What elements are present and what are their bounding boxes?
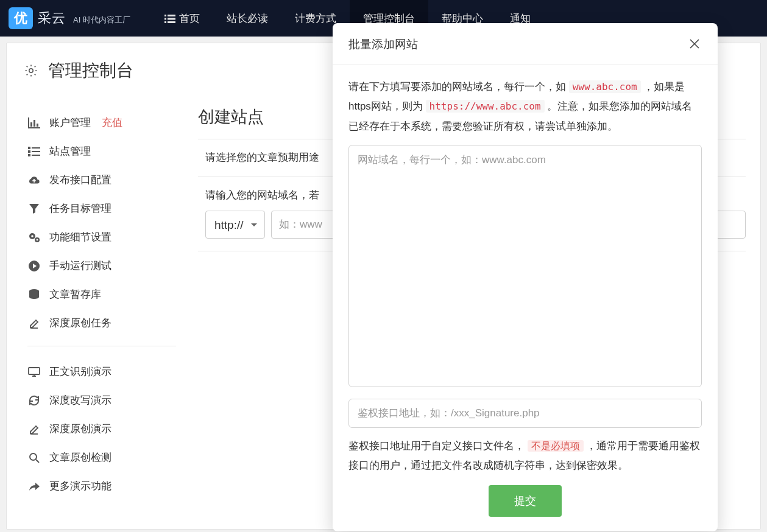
brand-badge-icon: 优 bbox=[9, 7, 33, 29]
sidebar-item-label: 正文识别演示 bbox=[49, 365, 111, 379]
svg-rect-16 bbox=[28, 154, 30, 156]
recharge-badge[interactable]: 充值 bbox=[102, 116, 122, 130]
svg-rect-8 bbox=[28, 127, 40, 128]
svg-point-6 bbox=[29, 69, 33, 72]
sidebar-demo-rewrite[interactable]: 深度改写演示 bbox=[27, 386, 176, 415]
sidebar-item-label: 站点管理 bbox=[49, 144, 91, 158]
cloud-upload-icon bbox=[27, 175, 41, 186]
svg-rect-10 bbox=[34, 120, 35, 127]
edit-icon bbox=[27, 424, 41, 435]
svg-rect-11 bbox=[37, 124, 38, 127]
list-lines-icon bbox=[27, 146, 41, 157]
sidebar-item-run[interactable]: 手动运行测试 bbox=[27, 251, 176, 280]
batch-add-modal: 批量添加网站 请在下方填写要添加的网站域名，每行一个，如 www.abc.com… bbox=[333, 23, 718, 530]
sidebar-item-label: 深度原创任务 bbox=[49, 316, 111, 330]
domain-label: 请输入您的网站域名，若 bbox=[205, 189, 319, 201]
usage-label: 请选择您的文章预期用途 bbox=[205, 152, 319, 163]
svg-point-21 bbox=[37, 239, 38, 240]
modal-body: 请在下方填写要添加的网站域名，每行一个，如 www.abc.com ，如果是 h… bbox=[333, 65, 718, 530]
sidebar-item-label: 深度改写演示 bbox=[49, 393, 111, 407]
submit-button[interactable]: 提交 bbox=[489, 485, 562, 517]
svg-rect-3 bbox=[168, 18, 175, 20]
sidebar-item-targets[interactable]: 任务目标管理 bbox=[27, 194, 176, 223]
optional-badge: 不是必填项 bbox=[528, 440, 584, 452]
sidebar-item-label: 文章原创检测 bbox=[49, 450, 111, 464]
sidebar-item-label: 深度原创演示 bbox=[49, 422, 111, 436]
sidebar: 账户管理 充值 站点管理 发布接口配置 任务目标管理 功能细节设置 手动运 bbox=[7, 101, 185, 508]
sidebar-item-settings[interactable]: 功能细节设置 bbox=[27, 223, 176, 251]
brand-subtitle: AI 时代内容工厂 bbox=[73, 15, 130, 29]
svg-rect-14 bbox=[28, 150, 30, 153]
nav-label: 站长必读 bbox=[227, 12, 268, 26]
svg-point-25 bbox=[30, 453, 37, 460]
refresh-icon bbox=[27, 395, 41, 406]
page-title: 管理控制台 bbox=[48, 59, 133, 82]
svg-point-19 bbox=[31, 235, 34, 237]
domains-textarea[interactable] bbox=[348, 145, 702, 387]
chart-bars-icon bbox=[27, 117, 41, 128]
nav-home[interactable]: 首页 bbox=[151, 0, 213, 37]
sidebar-item-label: 手动运行测试 bbox=[49, 259, 111, 273]
submit-wrap: 提交 bbox=[348, 485, 702, 517]
modal-header: 批量添加网站 bbox=[333, 23, 718, 65]
sidebar-item-deep-tasks[interactable]: 深度原创任务 bbox=[27, 309, 176, 337]
sidebar-item-publish[interactable]: 发布接口配置 bbox=[27, 166, 176, 194]
protocol-select[interactable]: http:// bbox=[205, 211, 265, 239]
code-sample-1: www.abc.com bbox=[569, 80, 641, 93]
sidebar-item-label: 账户管理 bbox=[49, 116, 91, 130]
sidebar-demo-original[interactable]: 深度原创演示 bbox=[27, 415, 176, 443]
filter-icon bbox=[27, 203, 41, 214]
svg-rect-4 bbox=[164, 21, 166, 23]
svg-rect-5 bbox=[168, 21, 175, 23]
close-icon[interactable] bbox=[688, 38, 702, 51]
sidebar-item-label: 功能细节设置 bbox=[49, 230, 111, 244]
code-sample-2: https://www.abc.com bbox=[426, 100, 545, 113]
sidebar-divider bbox=[27, 346, 176, 346]
nav-webmaster[interactable]: 站长必读 bbox=[213, 0, 281, 37]
svg-rect-13 bbox=[32, 147, 40, 149]
svg-rect-17 bbox=[32, 155, 40, 156]
svg-rect-9 bbox=[30, 122, 32, 127]
brand-text: 采云 bbox=[38, 9, 66, 27]
sidebar-demo-check[interactable]: 文章原创检测 bbox=[27, 443, 176, 472]
list-icon bbox=[164, 14, 175, 23]
edit-icon bbox=[27, 318, 41, 329]
sidebar-item-label: 文章暂存库 bbox=[49, 287, 101, 301]
monitor-icon bbox=[27, 366, 41, 377]
svg-rect-12 bbox=[28, 147, 30, 149]
nav-label: 计费方式 bbox=[295, 12, 336, 26]
svg-rect-7 bbox=[28, 117, 29, 128]
desc-text: 请在下方填写要添加的网站域名，每行一个，如 bbox=[348, 81, 569, 93]
database-icon bbox=[27, 289, 41, 300]
modal-description: 请在下方填写要添加的网站域名，每行一个，如 www.abc.com ，如果是 h… bbox=[348, 77, 702, 136]
auth-desc-text: 鉴权接口地址用于自定义接口文件名， bbox=[348, 440, 525, 452]
gears-icon bbox=[27, 232, 41, 243]
svg-rect-24 bbox=[29, 368, 40, 374]
nav-label: 首页 bbox=[179, 12, 200, 26]
sidebar-item-label: 任务目标管理 bbox=[49, 201, 111, 215]
svg-rect-1 bbox=[168, 15, 175, 16]
brand[interactable]: 优 采云 AI 时代内容工厂 bbox=[9, 7, 130, 29]
sidebar-item-label: 发布接口配置 bbox=[49, 173, 111, 187]
sidebar-item-sites[interactable]: 站点管理 bbox=[27, 137, 176, 166]
protocol-select-wrap: http:// bbox=[205, 211, 265, 239]
search-icon bbox=[27, 452, 41, 463]
svg-rect-0 bbox=[164, 15, 166, 16]
sidebar-item-storage[interactable]: 文章暂存库 bbox=[27, 280, 176, 309]
play-circle-icon bbox=[27, 261, 41, 271]
share-arrow-icon bbox=[27, 481, 41, 492]
modal-title: 批量添加网站 bbox=[348, 37, 418, 52]
sidebar-demo-body-detect[interactable]: 正文识别演示 bbox=[27, 357, 176, 386]
sidebar-item-label: 更多演示功能 bbox=[49, 479, 111, 493]
svg-rect-2 bbox=[164, 18, 166, 20]
sidebar-demo-more[interactable]: 更多演示功能 bbox=[27, 472, 176, 500]
auth-description: 鉴权接口地址用于自定义接口文件名， 不是必填项 ，通常用于需要通用鉴权接口的用户… bbox=[348, 436, 702, 476]
gear-icon bbox=[24, 63, 38, 78]
auth-path-input[interactable] bbox=[348, 399, 702, 428]
sidebar-item-account[interactable]: 账户管理 充值 bbox=[27, 108, 176, 137]
svg-rect-15 bbox=[32, 151, 40, 152]
